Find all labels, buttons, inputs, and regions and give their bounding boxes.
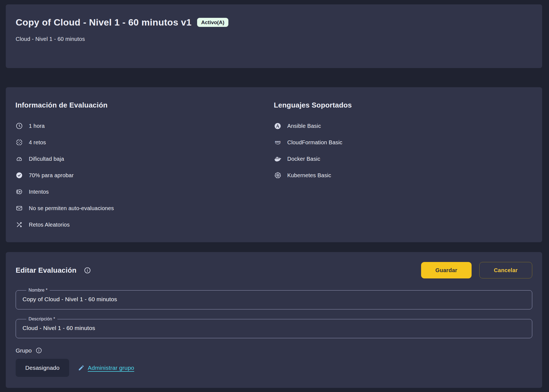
info-item-label: Intentos <box>29 189 49 195</box>
info-item-label: 4 retos <box>29 139 46 146</box>
language-item-docker: Docker Basic <box>274 151 533 167</box>
check-circle-icon <box>15 172 23 179</box>
info-icon[interactable] <box>84 267 91 274</box>
language-item-label: CloudFormation Basic <box>287 139 343 146</box>
language-item-label: Kubernetes Basic <box>287 172 331 179</box>
name-field-label: Nombre * <box>26 288 50 293</box>
info-item-label: Dificultad baja <box>29 156 64 162</box>
status-badge: Activo(A) <box>197 18 228 27</box>
cancel-button[interactable]: Cancelar <box>479 262 532 278</box>
name-input[interactable] <box>23 294 525 304</box>
evaluation-info-card: Información de Evaluación 1 hora 4 retos <box>6 87 542 242</box>
language-item-label: Ansible Basic <box>287 123 321 129</box>
language-item-ansible: Ansible Basic <box>274 118 533 134</box>
language-item-kubernetes: Kubernetes Basic <box>274 167 533 184</box>
description-field-label: Descripción * <box>26 317 57 322</box>
info-item-attempts: Intentos <box>15 184 274 200</box>
edit-header: Editar Evaluación Guardar Cancelar <box>16 262 532 278</box>
edit-title-wrap: Editar Evaluación <box>16 266 91 275</box>
language-item-label: Docker Basic <box>287 156 320 162</box>
languages-list: Ansible Basic aws CloudFormation Basic D… <box>274 118 533 184</box>
evaluation-info-column: Información de Evaluación 1 hora 4 retos <box>15 101 274 242</box>
languages-section-title: Lenguajes Soportados <box>274 101 533 109</box>
language-item-cloudformation: aws CloudFormation Basic <box>274 134 533 151</box>
save-button[interactable]: Guardar <box>421 262 472 278</box>
header-card: Copy of Cloud - Nivel 1 - 60 minutos v1 … <box>6 4 542 68</box>
kubernetes-icon <box>274 171 282 179</box>
target-icon <box>15 139 23 146</box>
info-item-label: 70% para aprobar <box>29 172 74 179</box>
svg-text:aws: aws <box>275 140 281 143</box>
group-label-row: Grupo <box>16 347 532 354</box>
group-row: Desasignado Administrar grupo <box>16 359 532 377</box>
description-field: Descripción * <box>16 317 532 338</box>
group-label: Grupo <box>16 347 32 354</box>
info-item-self-evaluations: No se permiten auto-evaluaciones <box>15 200 274 216</box>
edit-section-title: Editar Evaluación <box>16 266 77 275</box>
page: Copy of Cloud - Nivel 1 - 60 minutos v1 … <box>0 0 549 392</box>
gauge-icon <box>15 155 23 162</box>
name-field: Nombre * <box>16 288 532 309</box>
info-item-difficulty: Dificultad baja <box>15 151 274 167</box>
group-info-icon[interactable] <box>35 347 42 354</box>
info-item-duration: 1 hora <box>15 118 274 134</box>
header-subtitle: Cloud - Nivel 1 - 60 minutos <box>16 36 532 42</box>
aws-icon: aws <box>274 139 282 146</box>
ansible-icon <box>274 122 282 130</box>
info-item-random-challenges: Retos Aleatorios <box>15 216 274 233</box>
retry-plus-icon <box>15 188 23 195</box>
info-section-title: Información de Evaluación <box>15 101 274 109</box>
manage-group-link-text: Administrar grupo <box>88 365 134 371</box>
mail-icon <box>15 205 23 212</box>
info-list: 1 hora 4 retos Dificultad baja <box>15 118 274 233</box>
title-row: Copy of Cloud - Nivel 1 - 60 minutos v1 … <box>16 17 532 28</box>
info-item-label: 1 hora <box>29 123 45 129</box>
edit-actions: Guardar Cancelar <box>421 262 532 278</box>
edit-evaluation-card: Editar Evaluación Guardar Cancelar Nombr… <box>6 252 542 388</box>
info-item-label: No se permiten auto-evaluaciones <box>29 205 114 211</box>
group-status-chip: Desasignado <box>16 359 69 377</box>
info-item-label: Retos Aleatorios <box>29 222 70 228</box>
page-title: Copy of Cloud - Nivel 1 - 60 minutos v1 <box>16 17 192 28</box>
shuffle-icon <box>15 221 23 228</box>
docker-icon <box>274 155 282 163</box>
clock-icon <box>15 122 23 129</box>
info-item-challenges: 4 retos <box>15 134 274 151</box>
pencil-icon <box>78 365 85 371</box>
description-input[interactable] <box>23 323 525 332</box>
languages-column: Lenguajes Soportados Ansible Basic aws C… <box>274 101 533 242</box>
info-item-pass-score: 70% para aprobar <box>15 167 274 184</box>
manage-group-link[interactable]: Administrar grupo <box>78 365 134 371</box>
